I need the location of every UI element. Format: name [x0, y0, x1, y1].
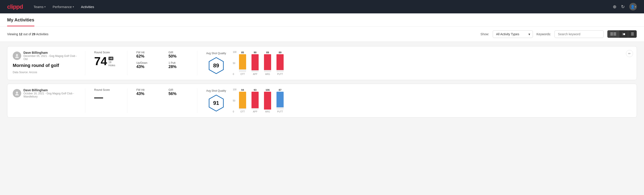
hex-score: 89: [213, 62, 219, 69]
card-divider-2: [85, 88, 85, 113]
card-divider: [85, 51, 85, 76]
nav-label-activities: Activities: [81, 5, 94, 9]
y-axis-100-2: 100: [233, 88, 236, 91]
y-axis: 100 50 0: [233, 51, 236, 76]
card-left-2: Dave Billingham October 16, 2021 - Gog M…: [13, 88, 80, 100]
user-date: December 05, 2021 - Gog Magog Golf Club …: [24, 54, 80, 61]
search-input[interactable]: [554, 30, 604, 38]
bar-label-arg: ARG: [265, 73, 270, 76]
view-btn-list[interactable]: ☰: [628, 30, 637, 38]
bar-ott: 85 OTT: [239, 51, 246, 76]
bar-arg: 89 ARG: [264, 51, 271, 76]
y-axis-0-2: 0: [233, 110, 236, 113]
user-info: Dave Billingham December 05, 2021 - Gog …: [13, 51, 80, 61]
refresh-icon[interactable]: ↻: [621, 4, 625, 9]
bar-val-putt-2: 87: [279, 88, 282, 91]
score-main: 74 +4 18 Holes: [94, 55, 118, 67]
hexagon-2: 91: [207, 94, 225, 112]
view-buttons: ☰☰ ⁝■ ☰: [607, 30, 637, 38]
gir-value-2: 56%: [168, 92, 188, 96]
bar-outer-ott-2: [239, 92, 246, 110]
card-divider-2b: [127, 88, 128, 113]
fw-hit-label-2: FW Hit: [136, 88, 156, 92]
round-score-section-2: Round Score —: [90, 88, 122, 102]
bar-label-ott: OTT: [240, 73, 245, 76]
add-icon[interactable]: ⊕: [613, 4, 616, 9]
up-down-value: 43%: [136, 64, 156, 69]
score-main-2: —: [94, 93, 118, 102]
navbar: clippd Teams ▾ Performance ▾ Activities …: [0, 0, 644, 14]
bar-outer-putt-2: [276, 92, 284, 110]
user-name-2: Dave Billingham: [24, 88, 80, 92]
view-btn-list-compact[interactable]: ☰☰: [608, 30, 619, 38]
bar-val-ott: 85: [241, 51, 244, 54]
viewing-text: Viewing 12 out of 29 Activities: [7, 32, 48, 36]
keywords-label: Keywords:: [536, 32, 551, 36]
data-source: Data Source: Arccos: [13, 71, 80, 74]
avatar: [13, 52, 21, 60]
viewing-count: 12: [19, 32, 22, 36]
bar-arg-2: 106 ARG: [264, 88, 271, 113]
user-avatar[interactable]: 👤 ▾: [629, 3, 637, 10]
fw-hit-stat: FW Hit 62%: [136, 51, 156, 59]
bar-fill-putt: [276, 54, 284, 70]
one-putt-label: 1 Putt: [168, 61, 188, 64]
chevron-down-icon: ▾: [73, 6, 74, 8]
svg-point-4: [15, 94, 19, 96]
round-score-label: Round Score: [94, 51, 118, 54]
page-title: My Activities: [7, 14, 34, 26]
activity-title: Morning round of golf: [13, 63, 80, 68]
viewing-suffix: Activities: [36, 32, 48, 36]
view-btn-grid[interactable]: ⁝■: [619, 30, 628, 38]
y-axis-50-2: 50: [233, 100, 236, 102]
up-down-stat: Up/Down 43%: [136, 61, 156, 69]
bar-putt-2: 87 PUTT: [276, 88, 284, 113]
gir-label-2: GIR: [168, 88, 188, 92]
y-axis-100: 100: [233, 51, 236, 53]
bar-label-arg-2: ARG: [265, 110, 270, 113]
bar-label-ott-2: OTT: [240, 110, 245, 113]
stats-section: FW Hit 62% Up/Down 43%: [133, 51, 160, 69]
quality-label-2: Avg Shot Quality: [206, 89, 226, 92]
activity-type-select[interactable]: All Activity Types: [493, 30, 533, 38]
bar-val-arg-2: 106: [266, 88, 270, 91]
sub-header: My Activities: [0, 14, 644, 26]
bar-fill-app: [252, 54, 259, 70]
activity-card: ✏ Dave Billingham December 05, 2021 - Go…: [7, 46, 637, 80]
activity-card-2: Dave Billingham October 16, 2021 - Gog M…: [7, 84, 637, 118]
logo: clippd: [7, 3, 23, 10]
round-score-label-2: Round Score: [94, 88, 118, 92]
nav-item-activities[interactable]: Activities: [81, 5, 94, 9]
nav-item-performance[interactable]: Performance ▾: [53, 5, 74, 9]
nav-item-teams[interactable]: Teams ▾: [34, 5, 46, 9]
hex-score-2: 91: [213, 100, 219, 106]
bar-val-putt: 89: [279, 51, 282, 54]
hexagon-container-2: Avg Shot Quality 91: [206, 89, 226, 112]
up-down-label: Up/Down: [136, 61, 156, 64]
viewing-total: 29: [32, 32, 36, 36]
bar-fill-arg: [264, 54, 271, 70]
hexagon: 89: [207, 57, 225, 74]
score-holes: 18 Holes: [108, 61, 118, 67]
activity-type-select-wrapper: All Activity Types: [493, 30, 533, 38]
chevron-down-icon: ▾: [44, 6, 46, 8]
y-axis-2: 100 50 0: [233, 88, 236, 113]
user-info-2: Dave Billingham October 16, 2021 - Gog M…: [13, 88, 80, 98]
gir-stat-2: GIR 56%: [168, 88, 188, 96]
bar-fill-arg-2: [264, 92, 271, 110]
card-divider: [197, 51, 197, 76]
bar-outer-arg-2: [264, 92, 271, 110]
bar-label-app-2: APP: [253, 110, 257, 113]
score-number: 74: [94, 55, 107, 67]
card-left: Dave Billingham December 05, 2021 - Gog …: [13, 51, 80, 74]
stats-section-2b: GIR 56%: [165, 88, 192, 96]
main-content: ✏ Dave Billingham December 05, 2021 - Go…: [0, 42, 644, 126]
quality-label: Avg Shot Quality: [206, 52, 226, 55]
bar-putt: 89 PUTT: [276, 51, 284, 76]
bar-label-putt-2: PUTT: [277, 110, 283, 113]
nav-label-performance: Performance: [53, 5, 72, 9]
card-divider: [127, 51, 128, 76]
avatar-icon: 👤: [630, 5, 635, 9]
score-meta: +4 18 Holes: [108, 56, 118, 67]
gir-value: 50%: [168, 54, 188, 59]
